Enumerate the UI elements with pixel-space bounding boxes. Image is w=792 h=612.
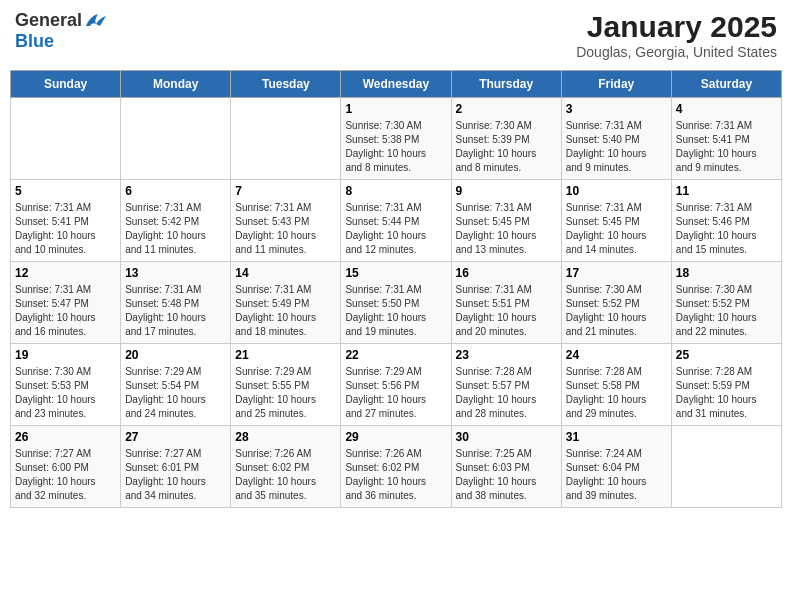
calendar-cell: 14Sunrise: 7:31 AM Sunset: 5:49 PM Dayli…: [231, 262, 341, 344]
calendar-cell: 1Sunrise: 7:30 AM Sunset: 5:38 PM Daylig…: [341, 98, 451, 180]
logo-bird-icon: [84, 12, 106, 30]
calendar-cell: 26Sunrise: 7:27 AM Sunset: 6:00 PM Dayli…: [11, 426, 121, 508]
day-info: Sunrise: 7:30 AM Sunset: 5:52 PM Dayligh…: [676, 283, 777, 339]
day-info: Sunrise: 7:26 AM Sunset: 6:02 PM Dayligh…: [235, 447, 336, 503]
calendar-cell: 12Sunrise: 7:31 AM Sunset: 5:47 PM Dayli…: [11, 262, 121, 344]
day-number: 15: [345, 266, 446, 280]
day-number: 25: [676, 348, 777, 362]
day-info: Sunrise: 7:30 AM Sunset: 5:38 PM Dayligh…: [345, 119, 446, 175]
calendar-cell: 9Sunrise: 7:31 AM Sunset: 5:45 PM Daylig…: [451, 180, 561, 262]
calendar-cell: 10Sunrise: 7:31 AM Sunset: 5:45 PM Dayli…: [561, 180, 671, 262]
day-number: 1: [345, 102, 446, 116]
calendar-cell: [231, 98, 341, 180]
day-of-week-header: Friday: [561, 71, 671, 98]
day-of-week-header: Sunday: [11, 71, 121, 98]
calendar-cell: 28Sunrise: 7:26 AM Sunset: 6:02 PM Dayli…: [231, 426, 341, 508]
day-number: 26: [15, 430, 116, 444]
day-info: Sunrise: 7:27 AM Sunset: 6:01 PM Dayligh…: [125, 447, 226, 503]
calendar-header-row: SundayMondayTuesdayWednesdayThursdayFrid…: [11, 71, 782, 98]
calendar-cell: 19Sunrise: 7:30 AM Sunset: 5:53 PM Dayli…: [11, 344, 121, 426]
logo-general-text: General: [15, 10, 82, 31]
day-info: Sunrise: 7:31 AM Sunset: 5:46 PM Dayligh…: [676, 201, 777, 257]
day-info: Sunrise: 7:31 AM Sunset: 5:43 PM Dayligh…: [235, 201, 336, 257]
day-number: 21: [235, 348, 336, 362]
logo: General Blue: [15, 10, 106, 52]
calendar-cell: 18Sunrise: 7:30 AM Sunset: 5:52 PM Dayli…: [671, 262, 781, 344]
day-number: 10: [566, 184, 667, 198]
day-info: Sunrise: 7:31 AM Sunset: 5:45 PM Dayligh…: [566, 201, 667, 257]
calendar-cell: 27Sunrise: 7:27 AM Sunset: 6:01 PM Dayli…: [121, 426, 231, 508]
calendar-cell: [671, 426, 781, 508]
calendar-cell: 30Sunrise: 7:25 AM Sunset: 6:03 PM Dayli…: [451, 426, 561, 508]
day-info: Sunrise: 7:30 AM Sunset: 5:53 PM Dayligh…: [15, 365, 116, 421]
day-number: 24: [566, 348, 667, 362]
day-info: Sunrise: 7:31 AM Sunset: 5:48 PM Dayligh…: [125, 283, 226, 339]
day-number: 2: [456, 102, 557, 116]
day-of-week-header: Thursday: [451, 71, 561, 98]
day-number: 11: [676, 184, 777, 198]
calendar-cell: 16Sunrise: 7:31 AM Sunset: 5:51 PM Dayli…: [451, 262, 561, 344]
calendar-cell: 20Sunrise: 7:29 AM Sunset: 5:54 PM Dayli…: [121, 344, 231, 426]
day-info: Sunrise: 7:31 AM Sunset: 5:42 PM Dayligh…: [125, 201, 226, 257]
calendar-cell: 22Sunrise: 7:29 AM Sunset: 5:56 PM Dayli…: [341, 344, 451, 426]
main-title: January 2025: [576, 10, 777, 44]
day-number: 7: [235, 184, 336, 198]
calendar-cell: 24Sunrise: 7:28 AM Sunset: 5:58 PM Dayli…: [561, 344, 671, 426]
day-number: 5: [15, 184, 116, 198]
day-number: 18: [676, 266, 777, 280]
calendar-cell: 11Sunrise: 7:31 AM Sunset: 5:46 PM Dayli…: [671, 180, 781, 262]
day-number: 12: [15, 266, 116, 280]
day-number: 31: [566, 430, 667, 444]
logo-blue-text: Blue: [15, 31, 106, 52]
day-number: 30: [456, 430, 557, 444]
day-info: Sunrise: 7:31 AM Sunset: 5:45 PM Dayligh…: [456, 201, 557, 257]
calendar-cell: 6Sunrise: 7:31 AM Sunset: 5:42 PM Daylig…: [121, 180, 231, 262]
day-number: 16: [456, 266, 557, 280]
calendar-week-row: 1Sunrise: 7:30 AM Sunset: 5:38 PM Daylig…: [11, 98, 782, 180]
day-number: 19: [15, 348, 116, 362]
day-info: Sunrise: 7:28 AM Sunset: 5:59 PM Dayligh…: [676, 365, 777, 421]
day-number: 14: [235, 266, 336, 280]
calendar-week-row: 26Sunrise: 7:27 AM Sunset: 6:00 PM Dayli…: [11, 426, 782, 508]
day-info: Sunrise: 7:31 AM Sunset: 5:49 PM Dayligh…: [235, 283, 336, 339]
day-of-week-header: Monday: [121, 71, 231, 98]
day-number: 13: [125, 266, 226, 280]
calendar-cell: 21Sunrise: 7:29 AM Sunset: 5:55 PM Dayli…: [231, 344, 341, 426]
day-info: Sunrise: 7:29 AM Sunset: 5:55 PM Dayligh…: [235, 365, 336, 421]
day-info: Sunrise: 7:24 AM Sunset: 6:04 PM Dayligh…: [566, 447, 667, 503]
calendar-cell: [121, 98, 231, 180]
calendar-cell: 5Sunrise: 7:31 AM Sunset: 5:41 PM Daylig…: [11, 180, 121, 262]
calendar-cell: 17Sunrise: 7:30 AM Sunset: 5:52 PM Dayli…: [561, 262, 671, 344]
day-info: Sunrise: 7:30 AM Sunset: 5:52 PM Dayligh…: [566, 283, 667, 339]
day-number: 22: [345, 348, 446, 362]
page-header: General Blue January 2025 Douglas, Georg…: [10, 10, 782, 60]
calendar-cell: [11, 98, 121, 180]
day-number: 23: [456, 348, 557, 362]
day-info: Sunrise: 7:28 AM Sunset: 5:58 PM Dayligh…: [566, 365, 667, 421]
day-info: Sunrise: 7:31 AM Sunset: 5:44 PM Dayligh…: [345, 201, 446, 257]
day-number: 9: [456, 184, 557, 198]
calendar-cell: 4Sunrise: 7:31 AM Sunset: 5:41 PM Daylig…: [671, 98, 781, 180]
calendar-cell: 23Sunrise: 7:28 AM Sunset: 5:57 PM Dayli…: [451, 344, 561, 426]
day-number: 27: [125, 430, 226, 444]
calendar-cell: 8Sunrise: 7:31 AM Sunset: 5:44 PM Daylig…: [341, 180, 451, 262]
day-number: 6: [125, 184, 226, 198]
calendar-week-row: 12Sunrise: 7:31 AM Sunset: 5:47 PM Dayli…: [11, 262, 782, 344]
day-info: Sunrise: 7:30 AM Sunset: 5:39 PM Dayligh…: [456, 119, 557, 175]
title-block: January 2025 Douglas, Georgia, United St…: [576, 10, 777, 60]
subtitle: Douglas, Georgia, United States: [576, 44, 777, 60]
calendar-cell: 25Sunrise: 7:28 AM Sunset: 5:59 PM Dayli…: [671, 344, 781, 426]
calendar-cell: 3Sunrise: 7:31 AM Sunset: 5:40 PM Daylig…: [561, 98, 671, 180]
day-info: Sunrise: 7:31 AM Sunset: 5:41 PM Dayligh…: [676, 119, 777, 175]
calendar-cell: 2Sunrise: 7:30 AM Sunset: 5:39 PM Daylig…: [451, 98, 561, 180]
day-info: Sunrise: 7:31 AM Sunset: 5:50 PM Dayligh…: [345, 283, 446, 339]
day-info: Sunrise: 7:26 AM Sunset: 6:02 PM Dayligh…: [345, 447, 446, 503]
day-number: 3: [566, 102, 667, 116]
calendar-cell: 7Sunrise: 7:31 AM Sunset: 5:43 PM Daylig…: [231, 180, 341, 262]
day-of-week-header: Wednesday: [341, 71, 451, 98]
day-number: 20: [125, 348, 226, 362]
day-number: 17: [566, 266, 667, 280]
day-info: Sunrise: 7:31 AM Sunset: 5:41 PM Dayligh…: [15, 201, 116, 257]
day-info: Sunrise: 7:31 AM Sunset: 5:47 PM Dayligh…: [15, 283, 116, 339]
day-info: Sunrise: 7:25 AM Sunset: 6:03 PM Dayligh…: [456, 447, 557, 503]
